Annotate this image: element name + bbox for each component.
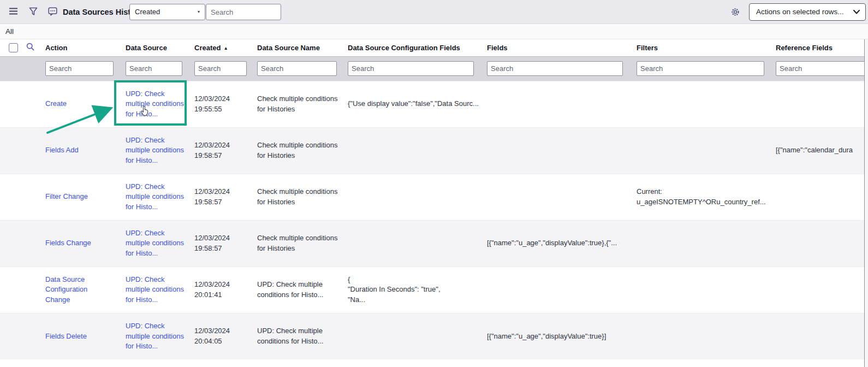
data-source-link[interactable]: UPD: Check multiple conditions for Histo…	[126, 136, 184, 164]
filters-cell	[637, 267, 776, 313]
data-source-link[interactable]: UPD: Check multiple conditions for Histo…	[126, 182, 184, 211]
actions-select-value: Actions on selected rows...	[756, 8, 844, 16]
records-table: Action Data Source Created▲ Data Source …	[0, 39, 864, 359]
filter-cell-data-source	[126, 56, 194, 81]
table-row: Create UPD: Check multiple conditions fo…	[0, 81, 864, 127]
reference-fields-cell	[776, 174, 864, 220]
data-source-link[interactable]: UPD: Check multiple conditions for Histo…	[126, 275, 184, 304]
filter-input-fields[interactable]	[487, 61, 623, 76]
fields-cell: [{"name":"u_age","displayValue":true}]	[487, 313, 637, 359]
chat-icon[interactable]	[48, 7, 57, 18]
filter-input-created[interactable]	[194, 61, 247, 76]
action-link[interactable]: Create	[45, 99, 67, 108]
data-source-name-cell: Check multiple conditions for Histories	[257, 174, 348, 220]
column-header-config-fields[interactable]: Data Source Configuration Fields	[348, 39, 487, 56]
created-cell: 12/03/2024 20:01:41	[194, 267, 257, 313]
column-header-created[interactable]: Created▲	[194, 39, 257, 56]
column-filter-row	[0, 56, 864, 81]
filters-cell: Current: u_ageISNOTEMPTY^ORu_country_ref…	[637, 174, 776, 220]
column-header-data-source[interactable]: Data Source	[126, 39, 194, 56]
action-link[interactable]: Fields Change	[45, 239, 91, 247]
sort-ascending-icon: ▲	[223, 45, 228, 51]
breadcrumb[interactable]: All	[5, 24, 14, 39]
table-row: Fields Delete UPD: Check multiple condit…	[0, 313, 864, 359]
filters-cell	[637, 313, 776, 359]
filters-cell	[637, 127, 776, 174]
data-source-name-cell: UPD: Check multiple conditions for Histo…	[257, 267, 348, 313]
chevron-down-icon	[853, 10, 860, 14]
column-header-action[interactable]: Action	[45, 39, 126, 56]
vertical-scrollbar[interactable]	[864, 39, 868, 367]
data-source-name-cell: Check multiple conditions for Histories	[257, 127, 348, 174]
search-field-select[interactable]: Created ▾	[129, 4, 205, 20]
config-fields-cell	[348, 127, 487, 174]
search-icon[interactable]	[26, 44, 34, 52]
data-source-link[interactable]: UPD: Check multiple conditions for Histo…	[126, 229, 184, 257]
action-link[interactable]: Fields Delete	[45, 332, 87, 340]
data-source-name-cell: Check multiple conditions for Histories	[257, 81, 348, 127]
filter-input-config-fields[interactable]	[348, 61, 474, 76]
action-link[interactable]: Fields Add	[45, 146, 79, 154]
filter-cell-fields	[487, 56, 637, 81]
table-row: Fields Change UPD: Check multiple condit…	[0, 220, 864, 267]
data-source-link[interactable]: UPD: Check multiple conditions for Histo…	[126, 90, 184, 118]
action-link[interactable]: Filter Change	[45, 192, 88, 200]
list-search-input[interactable]	[206, 4, 281, 20]
reference-fields-cell: [{"name":"calendar_dura	[776, 127, 864, 174]
config-fields-cell: {"Use display value":"false","Data Sourc…	[348, 81, 487, 127]
breadcrumb-bar: All	[0, 24, 868, 39]
filter-input-reference-fields[interactable]	[776, 61, 864, 76]
column-header-fields[interactable]: Fields	[487, 39, 637, 56]
data-source-link[interactable]: UPD: Check multiple conditions for Histo…	[126, 322, 184, 350]
config-fields-cell	[348, 313, 487, 359]
list-toolbar: Data Sources History Created ▾ Actions o…	[0, 0, 868, 24]
filter-spacer-cell	[0, 56, 45, 81]
fields-cell	[487, 127, 637, 174]
config-fields-cell	[348, 220, 487, 267]
search-field-select-value: Created	[135, 8, 160, 16]
table-header-row: Action Data Source Created▲ Data Source …	[0, 39, 864, 56]
filter-icon[interactable]	[29, 7, 38, 18]
config-fields-cell: { "Duration In Seconds": "true", "Na...	[348, 267, 487, 313]
filter-input-filters[interactable]	[637, 61, 764, 76]
column-header-data-source-name[interactable]: Data Source Name	[257, 39, 348, 56]
hamburger-menu-icon[interactable]	[9, 7, 18, 17]
filter-cell-reference-fields	[776, 56, 864, 81]
filter-cell-filters	[637, 56, 776, 81]
reference-fields-cell	[776, 220, 864, 267]
filters-cell	[637, 81, 776, 127]
data-source-name-cell: Check multiple conditions for Histories	[257, 220, 348, 267]
filter-cell-created	[194, 56, 257, 81]
reference-fields-cell	[776, 81, 864, 127]
filters-cell	[637, 220, 776, 267]
header-select-cell	[0, 39, 45, 56]
table-row: Fields Add UPD: Check multiple condition…	[0, 127, 864, 174]
filter-input-action[interactable]	[45, 61, 114, 76]
reference-fields-cell	[776, 313, 864, 359]
data-source-name-cell: UPD: Check multiple conditions for Histo…	[257, 313, 348, 359]
action-link[interactable]: Data Source Configuration Change	[45, 275, 87, 304]
created-cell: 12/03/2024 19:55:55	[194, 81, 257, 127]
actions-on-selected-rows-select[interactable]: Actions on selected rows...	[749, 3, 866, 21]
table-row: Filter Change UPD: Check multiple condit…	[0, 174, 864, 220]
filter-input-data-source[interactable]	[126, 61, 182, 76]
column-header-filters[interactable]: Filters	[637, 39, 776, 56]
app-window: Data Sources History Created ▾ Actions o…	[0, 0, 868, 367]
filter-cell-action	[45, 56, 126, 81]
created-cell: 12/03/2024 19:58:57	[194, 220, 257, 267]
gear-icon[interactable]	[731, 8, 740, 19]
filter-cell-data-source-name	[257, 56, 348, 81]
select-all-checkbox[interactable]	[9, 43, 18, 52]
column-header-reference-fields[interactable]: Reference Fields	[776, 39, 864, 56]
created-cell: 12/03/2024 20:04:05	[194, 313, 257, 359]
filter-input-data-source-name[interactable]	[257, 61, 337, 76]
chevron-down-icon: ▾	[198, 4, 200, 20]
created-cell: 12/03/2024 19:58:57	[194, 127, 257, 174]
config-fields-cell	[348, 174, 487, 220]
created-cell: 12/03/2024 19:58:57	[194, 174, 257, 220]
fields-cell	[487, 267, 637, 313]
reference-fields-cell	[776, 267, 864, 313]
fields-cell	[487, 81, 637, 127]
fields-cell: [{"name":"u_age","displayValue":true},{"…	[487, 220, 637, 267]
table-row: Data Source Configuration Change UPD: Ch…	[0, 267, 864, 313]
